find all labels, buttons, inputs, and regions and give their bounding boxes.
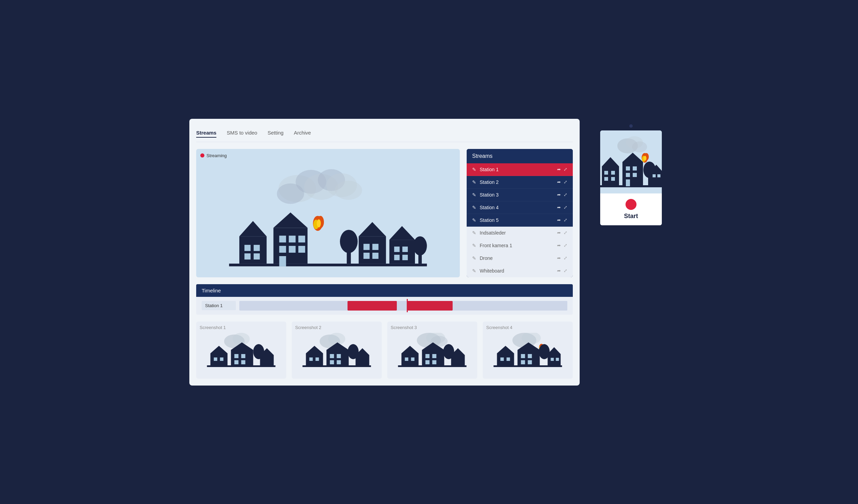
svg-point-6 xyxy=(335,181,362,200)
mobile-panel: Start xyxy=(593,119,669,231)
svg-marker-9 xyxy=(239,221,267,236)
screenshot-card-2[interactable]: Screenshot 2 xyxy=(292,322,382,379)
stream-item-drone[interactable]: ✎ Drone ➦ ⤢ xyxy=(467,252,573,265)
svg-rect-8 xyxy=(239,236,267,264)
svg-rect-140 xyxy=(657,174,660,177)
svg-rect-72 xyxy=(337,360,341,364)
stream-item-station5[interactable]: ✎ Station 5 ➦ ⤢ xyxy=(467,214,573,227)
svg-rect-71 xyxy=(330,360,334,364)
screenshot-label-3: Screenshot 3 xyxy=(391,325,474,330)
svg-rect-20 xyxy=(289,246,295,253)
left-panel: Streams SMS to video Setting Archive Str… xyxy=(189,119,580,386)
svg-rect-69 xyxy=(330,354,334,358)
screenshot-card-4[interactable]: Screenshot 4 xyxy=(483,322,573,379)
expand-icon-4[interactable]: ⤢ xyxy=(564,205,567,210)
timeline-background xyxy=(239,301,567,311)
phone-start-label[interactable]: Start xyxy=(624,213,638,220)
svg-marker-30 xyxy=(359,222,386,236)
svg-rect-111 xyxy=(551,358,554,361)
stream-actions-3: ➦ ⤢ xyxy=(557,192,567,197)
svg-rect-11 xyxy=(254,245,260,251)
stream-item-station3[interactable]: ✎ Station 3 ➦ ⤢ xyxy=(467,189,573,201)
svg-rect-38 xyxy=(402,247,408,252)
stream-name-4: Station 4 xyxy=(480,205,557,210)
share-icon-4[interactable]: ➦ xyxy=(557,205,561,210)
svg-rect-127 xyxy=(633,166,637,171)
stream-item-whiteboard[interactable]: ✎ Whiteboard ➦ ⤢ xyxy=(467,265,573,277)
expand-icon-8[interactable]: ⤢ xyxy=(564,255,567,261)
stream-item-station1[interactable]: ✎ Station 1 ➦ ⤢ xyxy=(467,163,573,176)
stream-item-station2[interactable]: ✎ Station 2 ➦ ⤢ xyxy=(467,176,573,189)
phone-record-button[interactable] xyxy=(626,199,636,210)
expand-icon-7[interactable]: ⤢ xyxy=(564,243,567,248)
timeline-section: Timeline Station 1 xyxy=(196,284,573,315)
svg-rect-137 xyxy=(651,171,662,185)
screenshot-card-3[interactable]: Screenshot 3 xyxy=(387,322,477,379)
svg-rect-48 xyxy=(214,357,217,361)
svg-point-134 xyxy=(644,156,646,161)
share-icon-9[interactable]: ➦ xyxy=(557,268,561,273)
expand-icon-6[interactable]: ⤢ xyxy=(564,230,567,235)
nav-bar: Streams SMS to video Setting Archive xyxy=(196,126,573,142)
stream-actions-6: ➦ ⤢ xyxy=(557,230,567,235)
stream-actions-5: ➦ ⤢ xyxy=(557,217,567,223)
edit-icon-1: ✎ xyxy=(472,167,476,172)
timeline-segment-2 xyxy=(407,301,453,311)
expand-icon-3[interactable]: ⤢ xyxy=(564,192,567,197)
svg-rect-139 xyxy=(653,174,656,177)
share-icon-5[interactable]: ➦ xyxy=(557,217,561,223)
stream-name-2: Station 2 xyxy=(480,179,557,185)
stream-item-frontkamera[interactable]: ✎ Front kamera 1 ➦ ⤢ xyxy=(467,239,573,252)
scene-svg xyxy=(196,168,460,277)
share-icon-2[interactable]: ➦ xyxy=(557,179,561,185)
svg-rect-70 xyxy=(337,354,341,358)
svg-rect-104 xyxy=(521,360,525,364)
share-icon-6[interactable]: ➦ xyxy=(557,230,561,235)
stream-actions-2: ➦ ⤢ xyxy=(557,179,567,185)
svg-rect-87 xyxy=(432,354,437,358)
svg-rect-88 xyxy=(426,360,430,364)
timeline-track[interactable] xyxy=(239,301,567,311)
svg-rect-49 xyxy=(220,357,224,361)
svg-rect-18 xyxy=(298,236,305,242)
svg-rect-16 xyxy=(279,236,286,242)
svg-rect-19 xyxy=(279,246,286,253)
screenshot-scene-1 xyxy=(200,333,283,374)
expand-icon-2[interactable]: ⤢ xyxy=(564,179,567,185)
expand-icon-1[interactable]: ⤢ xyxy=(564,167,567,172)
share-icon-7[interactable]: ➦ xyxy=(557,243,561,248)
stream-item-station4[interactable]: ✎ Station 4 ➦ ⤢ xyxy=(467,201,573,214)
screenshot-card-1[interactable]: Screenshot 1 xyxy=(196,322,286,379)
expand-icon-9[interactable]: ⤢ xyxy=(564,268,567,273)
svg-rect-112 xyxy=(556,358,559,361)
share-icon-8[interactable]: ➦ xyxy=(557,255,561,261)
svg-rect-46 xyxy=(211,353,228,367)
stream-item-indsatsleder[interactable]: ✎ Indsatsleder ➦ ⤢ xyxy=(467,227,573,239)
svg-rect-98 xyxy=(501,357,504,361)
share-icon-1[interactable]: ➦ xyxy=(557,167,561,172)
timeline-segment-1 xyxy=(348,301,397,311)
edit-icon-5: ✎ xyxy=(472,217,476,223)
edit-icon-9: ✎ xyxy=(472,268,476,274)
timeline-body: Station 1 xyxy=(196,297,573,315)
svg-rect-130 xyxy=(626,179,630,186)
screenshot-label-1: Screenshot 1 xyxy=(200,325,283,330)
main-scene xyxy=(196,168,460,277)
svg-marker-64 xyxy=(306,346,323,353)
svg-rect-80 xyxy=(402,353,419,367)
svg-rect-102 xyxy=(521,354,525,358)
svg-rect-10 xyxy=(244,245,251,251)
expand-icon-5[interactable]: ⤢ xyxy=(564,217,567,223)
svg-rect-52 xyxy=(235,354,239,358)
svg-rect-129 xyxy=(633,173,637,177)
screenshots-section: Screenshot 1 xyxy=(196,322,573,379)
svg-rect-50 xyxy=(231,350,253,367)
nav-setting[interactable]: Setting xyxy=(267,130,283,138)
nav-sms-to-video[interactable]: SMS to video xyxy=(227,130,257,138)
nav-streams[interactable]: Streams xyxy=(196,130,216,138)
nav-archive[interactable]: Archive xyxy=(294,130,311,138)
svg-rect-65 xyxy=(310,357,313,361)
share-icon-3[interactable]: ➦ xyxy=(557,192,561,197)
stream-name-9: Whiteboard xyxy=(480,268,557,274)
phone-scene-svg xyxy=(600,130,662,192)
